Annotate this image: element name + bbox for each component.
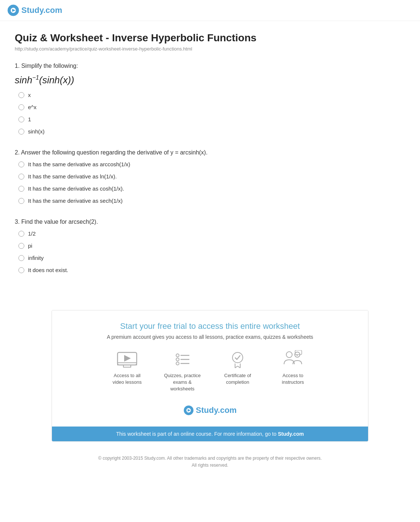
svg-point-9 — [176, 358, 179, 361]
logo-text: Study.com — [21, 6, 62, 15]
svg-point-11 — [176, 362, 179, 365]
header: Study.com — [0, 0, 420, 21]
radio-3-3[interactable] — [18, 255, 24, 261]
certificate-icon — [227, 350, 249, 369]
option-3-3[interactable]: infinity — [18, 255, 317, 261]
option-2-2-label: It has the same derivative as ln(1/x). — [28, 173, 117, 180]
promo-footer-text: This worksheet is part of an online cour… — [116, 431, 276, 437]
option-1-4[interactable]: sinh(x) — [18, 128, 317, 135]
feature-certificate: Certificate ofcompletion — [217, 350, 258, 393]
svg-line-16 — [235, 366, 238, 368]
copyright-text: © copyright 2003-2015 Study.com. All oth… — [98, 456, 322, 468]
radio-1-2[interactable] — [18, 104, 24, 110]
option-2-1[interactable]: It has the same derivative as arccosh(1/… — [18, 161, 317, 167]
main-content: Quiz & Worksheet - Inverse Hyperbolic Fu… — [0, 21, 332, 295]
option-1-3-label: 1 — [28, 116, 31, 122]
question-3-options: 1/2 pi infinity It does not exist. — [15, 230, 317, 273]
video-icon — [116, 350, 138, 369]
radio-1-4[interactable] — [18, 129, 24, 135]
option-1-1[interactable]: x — [18, 92, 317, 98]
option-3-3-label: infinity — [28, 255, 44, 261]
promo-subtitle: A premium account gives you access to al… — [67, 334, 353, 340]
option-3-2-label: pi — [28, 243, 32, 249]
svg-point-18 — [286, 352, 292, 358]
question-3-text: 3. Find the value for arcsech(2). — [15, 219, 317, 225]
svg-rect-5 — [123, 365, 131, 367]
question-2: 2. Answer the following question regardi… — [15, 149, 317, 204]
radio-2-1[interactable] — [18, 161, 24, 167]
feature-instructors-label: Access toinstructors — [282, 372, 304, 386]
option-1-1-label: x — [28, 92, 31, 98]
question-2-options: It has the same derivative as arccosh(1/… — [15, 161, 317, 204]
option-2-4[interactable]: It has the same derivative as sech(1/x) — [18, 198, 317, 204]
promo-footer-link[interactable]: Study.com — [278, 431, 304, 437]
question-1: 1. Simplify the following: sinh−1(sinh(x… — [15, 63, 317, 135]
question-1-options: x e^x 1 sinh(x) — [15, 92, 317, 135]
promo-inner: Start your free trial to access this ent… — [52, 310, 368, 427]
option-2-2[interactable]: It has the same derivative as ln(1/x). — [18, 173, 317, 180]
svg-point-7 — [176, 354, 179, 357]
radio-3-2[interactable] — [18, 243, 24, 249]
option-3-4-label: It does not exist. — [28, 267, 68, 273]
radio-1-1[interactable] — [18, 92, 24, 98]
logo[interactable]: Study.com — [7, 4, 62, 16]
promo-title: Start your free trial to access this ent… — [67, 321, 353, 331]
svg-line-17 — [238, 366, 240, 368]
svg-marker-21 — [296, 355, 298, 356]
question-1-formula: sinh−1(sinh(x)) — [15, 74, 317, 86]
option-3-1[interactable]: 1/2 — [18, 230, 317, 237]
feature-quizzes: Quizzes, practiceexams & worksheets — [162, 350, 203, 393]
option-2-3-label: It has the same derivative as cosh(1/x). — [28, 185, 124, 192]
question-1-text: 1. Simplify the following: — [15, 63, 317, 69]
promo-box: Start your free trial to access this ent… — [52, 310, 368, 442]
promo-logo-icon — [183, 405, 194, 415]
page-url: http://study.com/academy/practice/quiz-w… — [15, 46, 317, 52]
studycom-logo-icon — [7, 4, 19, 16]
list-icon — [171, 350, 193, 369]
option-1-2-label: e^x — [28, 104, 36, 110]
radio-2-2[interactable] — [18, 174, 24, 180]
radio-3-1[interactable] — [18, 231, 24, 237]
option-2-3[interactable]: It has the same derivative as cosh(1/x). — [18, 185, 317, 192]
svg-marker-6 — [124, 355, 131, 362]
feature-video-label: Access to allvideo lessons — [113, 372, 142, 386]
option-1-2[interactable]: e^x — [18, 104, 317, 110]
option-3-2[interactable]: pi — [18, 243, 317, 249]
option-3-4[interactable]: It does not exist. — [18, 267, 317, 273]
option-1-4-label: sinh(x) — [28, 128, 45, 135]
promo-logo: Study.com — [67, 401, 353, 419]
option-2-1-label: It has the same derivative as arccosh(1/… — [28, 161, 130, 167]
feature-video: Access to allvideo lessons — [107, 350, 147, 393]
svg-point-13 — [232, 352, 243, 363]
promo-footer: This worksheet is part of an online cour… — [52, 427, 368, 441]
instructor-icon — [282, 350, 304, 369]
radio-3-4[interactable] — [18, 267, 24, 273]
question-3: 3. Find the value for arcsech(2). 1/2 pi… — [15, 219, 317, 273]
promo-logo-text: Study.com — [196, 406, 237, 415]
option-3-1-label: 1/2 — [28, 230, 36, 237]
radio-1-3[interactable] — [18, 116, 24, 122]
feature-instructors: Access toinstructors — [273, 350, 313, 393]
page-title: Quiz & Worksheet - Inverse Hyperbolic Fu… — [15, 32, 317, 44]
promo-features: Access to allvideo lessons Quizzes, prac… — [67, 350, 353, 393]
radio-2-4[interactable] — [18, 198, 24, 204]
copyright: © copyright 2003-2015 Study.com. All oth… — [0, 449, 420, 475]
radio-2-3[interactable] — [18, 186, 24, 192]
question-2-text: 2. Answer the following question regardi… — [15, 149, 317, 156]
option-1-3[interactable]: 1 — [18, 116, 317, 122]
feature-certificate-label: Certificate ofcompletion — [224, 372, 251, 386]
option-2-4-label: It has the same derivative as sech(1/x) — [28, 198, 123, 204]
feature-quizzes-label: Quizzes, practiceexams & worksheets — [162, 372, 203, 393]
